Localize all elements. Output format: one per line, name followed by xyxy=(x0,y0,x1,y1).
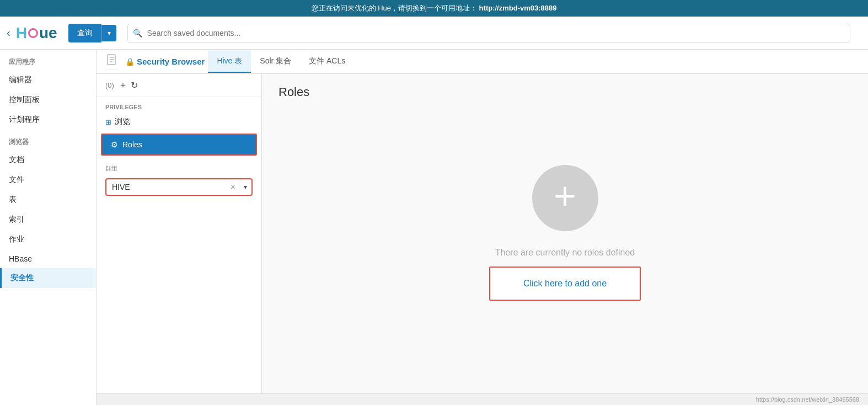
browser-section-label: 浏览器 xyxy=(0,130,96,150)
search-input[interactable] xyxy=(127,24,850,42)
sidebar-item-documents[interactable]: 文档 xyxy=(0,150,96,170)
banner-text: 您正在访问未优化的 Hue，请切换到一个可用地址： xyxy=(312,4,477,12)
sidebar-item-files[interactable]: 文件 xyxy=(0,170,96,190)
refresh-icon[interactable]: ↻ xyxy=(131,80,138,90)
back-button[interactable]: ‹ xyxy=(7,26,10,39)
search-icon: 🔍 xyxy=(133,29,142,38)
sidebar-item-hbase[interactable]: HBase xyxy=(0,249,96,268)
content-area: 🔒 Security Browser Hive 表 Solr 集合 文件 ACL… xyxy=(97,50,868,405)
query-button[interactable]: 查询 xyxy=(68,24,101,42)
tab-acl[interactable]: 文件 ACLs xyxy=(300,51,354,73)
sidebar-item-dashboard[interactable]: 控制面板 xyxy=(0,90,96,110)
roles-icon: ⚙ xyxy=(111,140,118,149)
privileges-label: PRIVILEGES xyxy=(97,97,261,113)
sidebar-item-scheduler[interactable]: 计划程序 xyxy=(0,110,96,130)
left-panel-actions: ＋ ↻ xyxy=(119,79,138,91)
plus-circle-icon: + xyxy=(532,165,598,231)
items-count: (0) xyxy=(105,81,114,89)
left-panel: (0) ＋ ↻ PRIVILEGES ⊞ 浏览 ⚙ Roles 群组 xyxy=(97,74,262,393)
roles-label: Roles xyxy=(122,140,142,149)
logo-circle-icon xyxy=(28,28,38,38)
doc-icon xyxy=(105,53,119,70)
hive-select[interactable]: HIVE × ▾ xyxy=(105,178,253,196)
browse-icon: ⊞ xyxy=(105,118,111,126)
add-one-button[interactable]: Click here to add one xyxy=(489,267,641,301)
header: ‹ H ue 查询 ▾ 🔍 xyxy=(0,17,868,50)
security-browser-label: Security Browser xyxy=(137,57,205,66)
search-bar: 🔍 xyxy=(127,24,850,42)
sidebar-item-tables[interactable]: 表 xyxy=(0,190,96,210)
tab-security-browser[interactable]: 🔒 Security Browser xyxy=(125,57,205,66)
watermark-text: https://blog.csdn.net/weixin_38465568 xyxy=(756,396,859,403)
group-label: 群组 xyxy=(97,158,261,175)
hive-select-value: HIVE xyxy=(106,179,227,195)
banner-link[interactable]: http://zmbd-vm03:8889 xyxy=(479,4,557,12)
no-roles-text: There are currently no roles defined xyxy=(495,248,635,258)
tab-solr[interactable]: Solr 集合 xyxy=(251,51,300,73)
empty-state: + There are currently no roles defined C… xyxy=(262,105,868,393)
lock-icon: 🔒 xyxy=(125,57,135,66)
panel-layout: (0) ＋ ↻ PRIVILEGES ⊞ 浏览 ⚙ Roles 群组 xyxy=(97,74,868,393)
left-panel-header: (0) ＋ ↻ xyxy=(97,74,261,97)
sidebar: 应用程序 编辑器 控制面板 计划程序 浏览器 文档 文件 表 索引 作业 HBa… xyxy=(0,50,97,405)
add-icon[interactable]: ＋ xyxy=(119,79,127,91)
logo-ue: ue xyxy=(39,24,57,42)
plus-symbol: + xyxy=(554,177,576,215)
bottom-bar: https://blog.csdn.net/weixin_38465568 xyxy=(97,393,868,405)
right-panel: Roles + There are currently no roles def… xyxy=(262,74,868,393)
query-arrow-button[interactable]: ▾ xyxy=(101,25,116,41)
hive-dropdown-icon[interactable]: ▾ xyxy=(239,180,251,194)
sidebar-item-editor[interactable]: 编辑器 xyxy=(0,70,96,90)
sidebar-item-jobs[interactable]: 作业 xyxy=(0,230,96,249)
top-banner: 您正在访问未优化的 Hue，请切换到一个可用地址： http://zmbd-vm… xyxy=(0,0,868,17)
roles-title: Roles xyxy=(262,74,868,105)
browse-label: 浏览 xyxy=(115,117,130,127)
browse-item[interactable]: ⊞ 浏览 xyxy=(97,113,261,131)
tab-hive[interactable]: Hive 表 xyxy=(208,51,251,73)
logo-h: H xyxy=(16,24,27,42)
logo: H ue xyxy=(16,24,57,42)
apps-section-label: 应用程序 xyxy=(0,50,96,70)
roles-item[interactable]: ⚙ Roles xyxy=(101,134,257,156)
main-layout: 应用程序 编辑器 控制面板 计划程序 浏览器 文档 文件 表 索引 作业 HBa… xyxy=(0,50,868,405)
sidebar-item-security[interactable]: 安全性 xyxy=(0,268,96,288)
tab-bar: 🔒 Security Browser Hive 表 Solr 集合 文件 ACL… xyxy=(97,50,868,74)
hive-clear-icon[interactable]: × xyxy=(227,182,239,192)
sidebar-item-indexes[interactable]: 索引 xyxy=(0,210,96,230)
